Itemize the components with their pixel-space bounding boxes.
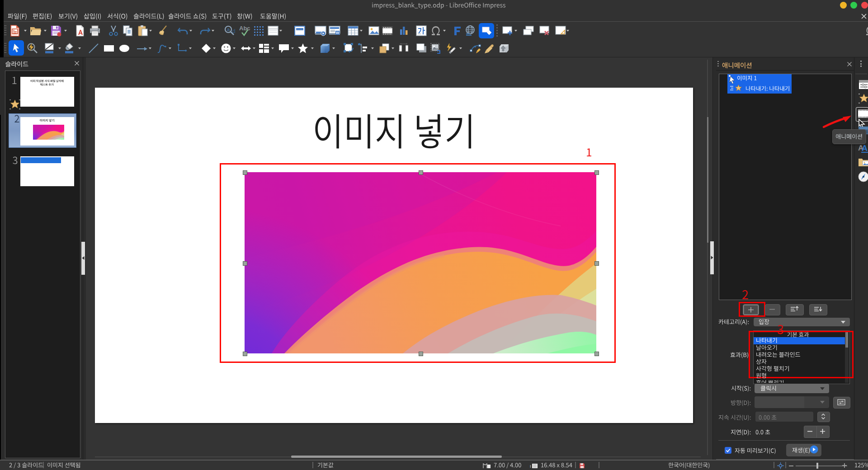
svg-text:A: A [862,144,868,153]
svg-text:Abc: Abc [239,25,250,32]
svg-text:I: I [530,464,531,469]
svg-text:a: a [227,27,230,32]
svg-text:d: d [232,28,235,34]
